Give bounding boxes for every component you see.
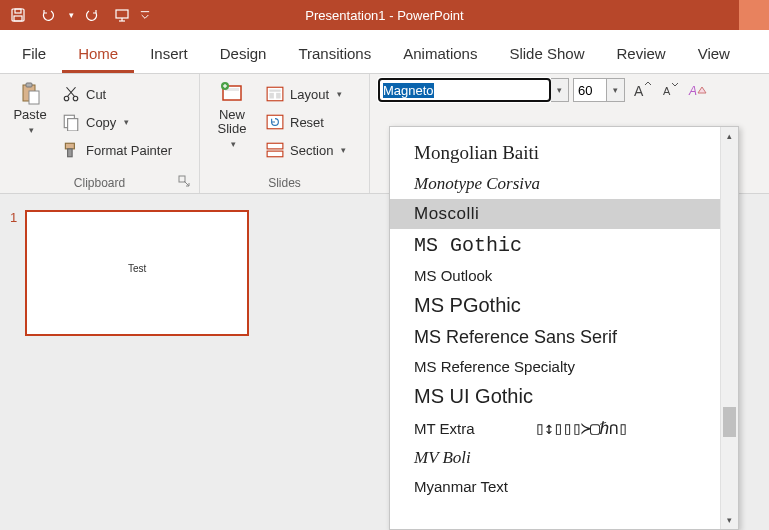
svg-point-10 <box>64 96 69 101</box>
font-name-input[interactable] <box>378 78 551 102</box>
svg-rect-26 <box>269 93 274 99</box>
paste-label: Paste <box>13 107 46 122</box>
new-slide-label: New Slide <box>218 108 247 137</box>
tab-design[interactable]: Design <box>204 35 283 73</box>
font-option[interactable]: MV Boli <box>390 443 720 473</box>
start-from-beginning-button[interactable] <box>108 1 136 29</box>
svg-rect-15 <box>68 119 78 131</box>
font-option[interactable]: MS Outlook <box>390 262 720 289</box>
clear-formatting-button[interactable]: A <box>685 78 709 102</box>
svg-rect-29 <box>267 143 283 149</box>
decrease-font-size-button[interactable]: A <box>657 78 681 102</box>
slides-group-label: Slides <box>268 176 301 190</box>
scroll-down-arrow[interactable]: ▾ <box>721 511 738 529</box>
copy-button[interactable]: Copy▾ <box>58 110 176 134</box>
cut-label: Cut <box>86 87 106 102</box>
svg-rect-8 <box>26 83 32 87</box>
group-clipboard: Paste▾ Cut Copy▾ Format Painter Clipboar… <box>0 74 200 193</box>
undo-dropdown[interactable]: ▾ <box>64 1 76 29</box>
svg-line-12 <box>68 87 76 96</box>
reset-label: Reset <box>290 115 324 130</box>
undo-button[interactable] <box>34 1 62 29</box>
slide-thumbnail-text: Test <box>128 263 146 274</box>
copy-label: Copy <box>86 115 116 130</box>
font-list-scrollbar[interactable]: ▴ ▾ <box>720 127 738 529</box>
svg-rect-9 <box>29 91 39 104</box>
font-option[interactable]: MS PGothic <box>390 289 720 322</box>
copy-icon <box>62 113 80 131</box>
tab-view[interactable]: View <box>682 35 746 73</box>
svg-rect-2 <box>14 16 22 21</box>
svg-rect-3 <box>116 10 128 18</box>
format-painter-button[interactable]: Format Painter <box>58 138 176 162</box>
save-button[interactable] <box>4 1 32 29</box>
slide-thumbnail-1[interactable]: Test <box>25 210 249 336</box>
scroll-up-arrow[interactable]: ▴ <box>721 127 738 145</box>
slide-thumbnail-pane: 1 Test <box>0 194 290 530</box>
paintbrush-icon <box>62 141 80 159</box>
svg-rect-16 <box>65 143 74 149</box>
slide-number: 1 <box>10 210 17 514</box>
svg-rect-1 <box>15 9 21 13</box>
qat-customize[interactable] <box>138 1 152 29</box>
svg-line-13 <box>67 87 75 96</box>
tab-insert[interactable]: Insert <box>134 35 204 73</box>
svg-text:A: A <box>663 85 671 97</box>
clipboard-launcher[interactable] <box>177 175 191 189</box>
section-button[interactable]: Section▾ <box>262 138 350 162</box>
scroll-thumb[interactable] <box>723 407 736 437</box>
title-bar: ▾ Presentation1 - PowerPoint <box>0 0 769 30</box>
increase-font-size-button[interactable]: A <box>629 78 653 102</box>
layout-button[interactable]: Layout▾ <box>262 82 350 106</box>
font-option[interactable]: Mongolian Baiti <box>390 137 720 169</box>
font-option[interactable]: MS Reference Sans Serif <box>390 322 720 353</box>
scissors-icon <box>62 85 80 103</box>
font-option[interactable]: MT Extra▯↕▯▯▯≻▢ℏ∩▯ <box>390 413 720 443</box>
tab-file[interactable]: File <box>6 35 62 73</box>
layout-icon <box>266 85 284 103</box>
account-accent[interactable] <box>739 0 769 30</box>
tab-review[interactable]: Review <box>600 35 681 73</box>
ribbon-tabs: File Home Insert Design Transitions Anim… <box>0 30 769 74</box>
tab-slideshow[interactable]: Slide Show <box>493 35 600 73</box>
font-option[interactable]: Monotype Corsiva <box>390 169 720 199</box>
reset-icon <box>266 113 284 131</box>
svg-text:A: A <box>634 83 644 99</box>
font-option[interactable]: Moscolli <box>390 199 720 229</box>
font-dropdown-list: ━━━━━━━━ ━━ ━━ Mongolian BaitiMonotype C… <box>389 126 739 530</box>
svg-rect-27 <box>276 93 281 99</box>
font-list: ━━━━━━━━ ━━ ━━ Mongolian BaitiMonotype C… <box>390 127 720 529</box>
tab-animations[interactable]: Animations <box>387 35 493 73</box>
reset-button[interactable]: Reset <box>262 110 350 134</box>
font-option[interactable]: MS UI Gothic <box>390 380 720 413</box>
quick-access-toolbar: ▾ <box>0 1 152 29</box>
group-slides: New Slide ▾ Layout▾ Reset Section▾ Slide… <box>200 74 370 193</box>
tab-home[interactable]: Home <box>62 35 134 73</box>
new-slide-button[interactable]: New Slide ▾ <box>206 78 258 149</box>
section-label: Section <box>290 143 333 158</box>
svg-rect-17 <box>68 149 73 157</box>
font-option[interactable]: MS Reference Specialty <box>390 353 720 380</box>
font-name-dropdown[interactable]: ▾ <box>551 78 569 102</box>
section-icon <box>266 141 284 159</box>
font-option[interactable]: MS Gothic <box>390 229 720 262</box>
clipboard-group-label: Clipboard <box>74 176 125 190</box>
font-option[interactable]: Myanmar Text <box>390 473 720 500</box>
font-size-input[interactable] <box>573 78 607 102</box>
svg-rect-30 <box>267 151 283 157</box>
cut-button[interactable]: Cut <box>58 82 176 106</box>
layout-label: Layout <box>290 87 329 102</box>
font-size-dropdown[interactable]: ▾ <box>607 78 625 102</box>
format-painter-label: Format Painter <box>86 143 172 158</box>
svg-text:A: A <box>688 84 697 98</box>
svg-rect-25 <box>269 90 280 92</box>
redo-button[interactable] <box>78 1 106 29</box>
paste-button[interactable]: Paste▾ <box>6 78 54 137</box>
svg-point-11 <box>73 96 78 101</box>
tab-transitions[interactable]: Transitions <box>282 35 387 73</box>
